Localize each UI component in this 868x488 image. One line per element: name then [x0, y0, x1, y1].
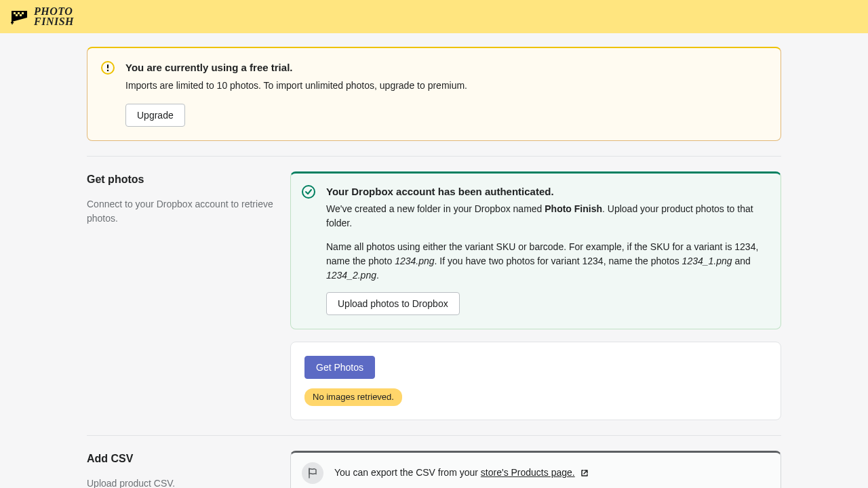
upload-dropbox-button[interactable]: Upload photos to Dropbox	[326, 292, 460, 315]
logo: PHOTO FINISH	[11, 7, 74, 26]
svg-rect-4	[20, 14, 22, 16]
logo-flag-icon	[11, 9, 30, 24]
svg-point-7	[107, 70, 108, 71]
auth-success-title: Your Dropbox account has been authentica…	[326, 184, 770, 200]
get-photos-card: Get Photos No images retrieved.	[290, 342, 781, 420]
external-link-icon	[580, 469, 589, 477]
upgrade-button[interactable]: Upgrade	[125, 104, 185, 127]
get-photos-desc: Connect to your Dropbox account to retri…	[87, 197, 274, 226]
svg-rect-6	[107, 64, 108, 68]
logo-text: PHOTO FINISH	[34, 7, 74, 26]
banner-desc: Imports are limited to 10 photos. To imp…	[125, 79, 767, 93]
auth-success-p1: We've created a new folder in your Dropb…	[326, 202, 770, 230]
get-photos-section: Get photos Connect to your Dropbox accou…	[87, 171, 781, 420]
add-csv-desc: Upload product CSV.	[87, 476, 274, 489]
check-circle-icon	[302, 185, 315, 316]
get-photos-button[interactable]: Get Photos	[304, 356, 375, 379]
add-csv-section: Add CSV Upload product CSV. You can expo…	[87, 451, 781, 489]
products-page-link[interactable]: store's Products page.	[481, 467, 575, 478]
csv-info-text: You can export the CSV from your store's…	[334, 466, 589, 480]
get-photos-title: Get photos	[87, 171, 274, 188]
divider	[87, 156, 781, 157]
svg-point-8	[302, 186, 315, 198]
svg-rect-1	[18, 12, 20, 14]
auth-success-p2: Name all photos using either the variant…	[326, 240, 770, 283]
app-header: PHOTO FINISH	[0, 0, 868, 33]
status-badge: No images retrieved.	[304, 388, 402, 406]
banner-title: You are currently using a free trial.	[125, 60, 767, 76]
csv-info-banner: You can export the CSV from your store's…	[290, 451, 781, 489]
svg-rect-0	[14, 12, 16, 14]
warning-icon	[101, 61, 115, 127]
svg-rect-2	[22, 12, 24, 14]
flag-icon	[302, 462, 323, 484]
divider	[87, 435, 781, 436]
add-csv-title: Add CSV	[87, 451, 274, 467]
svg-rect-3	[16, 14, 18, 16]
trial-banner: You are currently using a free trial. Im…	[87, 47, 781, 141]
auth-success-banner: Your Dropbox account has been authentica…	[290, 171, 781, 330]
